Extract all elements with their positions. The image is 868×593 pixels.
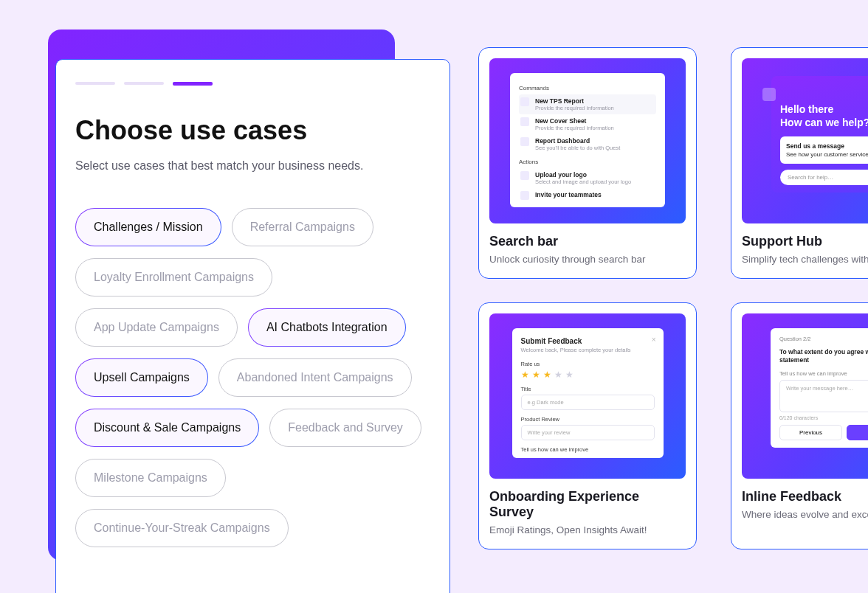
command-icon: [520, 117, 529, 126]
field-label: Title: [521, 386, 655, 392]
command-icon: [520, 97, 529, 106]
group-label: Commands: [519, 85, 656, 91]
progress-step-1: [75, 82, 115, 85]
next-button: S: [847, 425, 868, 440]
form-subtitle: Welcome back, Please complete your detai…: [521, 347, 655, 353]
review-input: Write your review: [521, 425, 655, 440]
chip-referral-campaigns[interactable]: Referral Campaigns: [232, 208, 373, 246]
command-title: New Cover Sheet: [535, 117, 614, 125]
message-title: Send us a message: [786, 142, 868, 150]
support-widget: Hello thereHow can we help? Send us a me…: [771, 76, 868, 193]
command-sub: Provide the required information: [535, 105, 614, 111]
button-row: Previous S: [779, 425, 868, 440]
chip-discount-sale-campaigns[interactable]: Discount & Sale Campaigns: [75, 409, 259, 447]
field-label: Product Review: [521, 416, 655, 423]
help-search: Search for help…: [780, 170, 868, 185]
char-counter: 0/120 characters: [779, 415, 868, 420]
page-subtitle: Select use cases that best match your bu…: [75, 159, 430, 173]
star-icon: ★: [532, 370, 540, 380]
page-title: Choose use cases: [75, 115, 430, 146]
command-icon: [520, 191, 529, 200]
inline-form: Question 2/2 To what extent do you agree…: [771, 328, 868, 448]
star-icon: ★: [543, 370, 551, 380]
card-subtitle: Unlock curiosity through search bar: [489, 254, 686, 265]
improve-label: Tell us how we can improve: [779, 370, 868, 377]
preview-survey: × Submit Feedback Welcome back, Please c…: [489, 313, 686, 479]
logo-icon: [762, 88, 776, 101]
form-title: Submit Feedback: [521, 337, 655, 345]
previous-button: Previous: [779, 425, 842, 440]
message-textarea: Write your message here…: [779, 380, 868, 412]
chip-abandoned-intent-campaigns[interactable]: Abandoned Intent Campaigns: [218, 358, 412, 397]
command-sub: See you'll be able to do with Quest: [535, 145, 620, 151]
command-palette: Commands New TPS ReportProvide the requi…: [510, 73, 665, 207]
chip-ai-chatbots-integration[interactable]: AI Chatbots Integration: [248, 308, 406, 347]
command-title: Report Dashboard: [535, 137, 620, 145]
command-sub: Select and image and upload your logo: [535, 178, 631, 185]
chip-milestone-campaigns[interactable]: Milestone Campaigns: [75, 459, 226, 497]
chip-list: Challenges / MissionReferral CampaignsLo…: [75, 208, 430, 547]
star-icon: ★: [521, 370, 529, 380]
template-card-survey[interactable]: × Submit Feedback Welcome back, Please c…: [478, 302, 697, 549]
chip-upsell-campaigns[interactable]: Upsell Campaigns: [75, 358, 208, 397]
command-item: Report DashboardSee you'll be able to do…: [519, 134, 656, 154]
chip-challenges-mission[interactable]: Challenges / Mission: [75, 208, 221, 246]
command-title: Invite your teammates: [535, 191, 602, 198]
rate-label: Rate us: [521, 361, 655, 367]
message-card: Send us a message See how your customer …: [780, 136, 868, 164]
card-title: Support Hub: [742, 234, 868, 249]
star-icon: ★: [565, 370, 574, 380]
command-icon: [520, 171, 529, 180]
card-title: Search bar: [489, 234, 686, 249]
progress-step-2: [124, 82, 164, 85]
command-icon: [520, 137, 529, 146]
title-input: e.g Dark mode: [521, 395, 655, 410]
close-icon: ×: [652, 336, 656, 344]
chip-continue-your-streak-campaigns[interactable]: Continue-Your-Streak Campaigns: [75, 509, 289, 547]
chip-app-update-campaigns[interactable]: App Update Campaigns: [75, 308, 238, 347]
command-item: Invite your teammates: [519, 188, 656, 203]
group-label: Actions: [519, 159, 656, 165]
message-sub: See how your customer service solution w: [786, 151, 868, 158]
card-subtitle: Simplify tech challenges with: [742, 254, 868, 265]
feedback-form: × Submit Feedback Welcome back, Please c…: [512, 328, 664, 458]
progress-bar: [75, 82, 430, 86]
star-icon: ★: [554, 370, 562, 380]
template-card-support[interactable]: Hello thereHow can we help? Send us a me…: [731, 47, 868, 279]
command-item: Upload your logoSelect and image and upl…: [519, 168, 656, 188]
command-title: New TPS Report: [535, 97, 614, 105]
card-subtitle: Emoji Ratings, Open Insights Await!: [489, 524, 686, 535]
use-cases-card: Choose use cases Select use cases that b…: [55, 59, 450, 593]
template-card-inline[interactable]: Question 2/2 To what extent do you agree…: [731, 302, 868, 549]
card-title: Onboarding Experience Survey: [489, 489, 686, 520]
command-item: New Cover SheetProvide the required info…: [519, 114, 656, 134]
command-sub: Provide the required information: [535, 125, 614, 131]
card-title: Inline Feedback: [742, 489, 868, 504]
command-title: Upload your logo: [535, 171, 631, 178]
preview-inline: Question 2/2 To what extent do you agree…: [742, 313, 868, 479]
card-subtitle: Where ideas evolve and excel: [742, 509, 868, 520]
question-counter: Question 2/2: [779, 336, 868, 342]
progress-step-3: [173, 82, 213, 86]
preview-search: Commands New TPS ReportProvide the requi…: [489, 58, 686, 223]
support-heading: Hello thereHow can we help?: [780, 103, 868, 129]
star-rating: ★ ★ ★ ★ ★: [521, 370, 655, 380]
template-grid: Commands New TPS ReportProvide the requi…: [478, 47, 868, 549]
preview-support: Hello thereHow can we help? Send us a me…: [742, 58, 868, 223]
question-text: To what extent do you agree with followi…: [779, 348, 868, 364]
field-label: Tell us how can we improve: [521, 446, 655, 453]
chip-feedback-and-survey[interactable]: Feedback and Survey: [269, 409, 421, 447]
command-item: New TPS ReportProvide the required infor…: [519, 94, 656, 114]
template-card-search[interactable]: Commands New TPS ReportProvide the requi…: [478, 47, 697, 279]
chip-loyalty-enrollment-campaigns[interactable]: Loyalty Enrollment Campaigns: [75, 258, 272, 296]
